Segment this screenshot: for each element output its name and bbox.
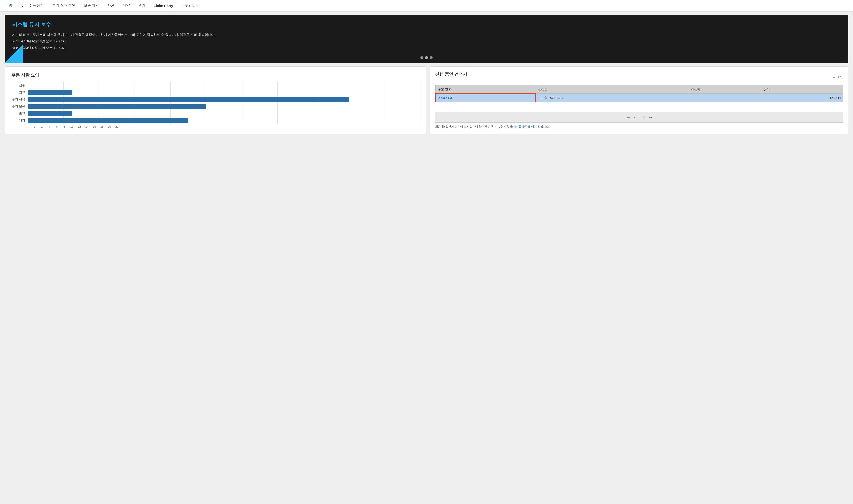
chart-gridline <box>170 110 171 117</box>
chart-bar-row: 수리 완료 <box>12 104 420 109</box>
cell-price: €549.44 <box>761 94 843 102</box>
banner-dot-2[interactable] <box>425 56 428 59</box>
chart-gridline <box>28 82 28 89</box>
chart-bar-wrapper <box>28 90 420 95</box>
nav-item-repair-order[interactable]: 수리 주문 생성 <box>17 0 48 11</box>
footer-note: 최근 30 일간의 견적이 표시됩니다.확장된 검색 기능을 사용하려면 를 클… <box>435 125 843 129</box>
chart-gridline <box>64 82 64 89</box>
chart-bar-label: 대기 <box>12 118 28 122</box>
table-row[interactable]: XXXXXX 2-11월-2024 12:... €549.44 <box>436 94 843 102</box>
chart-x-label: 2 <box>38 125 46 128</box>
chart-bar-row: 대기 <box>12 118 420 123</box>
cell-order-number[interactable]: XXXXXX <box>436 94 536 102</box>
navigation: 홈 수리 주문 생성 수리 상태 확인 보증 확인 자산 계약 관리 Claim… <box>0 0 853 12</box>
quote-panel-header: 진행 중인 견적서 1 - 4 / 4 <box>435 71 843 82</box>
chart-x-label: 18 <box>98 125 106 128</box>
chart-gridline <box>277 89 278 96</box>
chart-x-label: 10 <box>68 125 76 128</box>
quote-pagination: 1 - 4 / 4 <box>833 75 843 78</box>
chart-gridline <box>349 110 349 117</box>
last-page-button[interactable]: ⇥ <box>647 115 653 120</box>
chart-gridline <box>206 89 206 96</box>
in-progress-quotes-panel: 진행 중인 견적서 1 - 4 / 4 주문 번호 생성일 작성자 정가 XXX… <box>430 67 848 134</box>
chart-bar-wrapper <box>28 118 420 123</box>
chart-gridline <box>313 103 313 110</box>
nav-item-repair-status[interactable]: 수리 상태 확인 <box>48 0 79 11</box>
chart-gridline <box>170 89 171 96</box>
order-summary-panel: 주문 상황 요약 접수입고수리 시작수리 완료출고대기 024681012141… <box>5 67 427 134</box>
nav-item-admin[interactable]: 관리 <box>134 0 149 11</box>
chart-gridline <box>349 96 349 103</box>
banner-body: 지브라 테크노로지스의 시스템 유지보수가 진행될 예정이며, 하기 기간동안에… <box>12 31 841 51</box>
cell-created-date: 2-11월-2024 12:... <box>536 94 689 102</box>
quote-table: 주문 번호 생성일 작성자 정가 XXXXXX 2-11월-2024 12:..… <box>435 85 843 102</box>
prev-page-button[interactable]: ⇦ <box>633 115 639 120</box>
nav-item-claim-entry[interactable]: Claim Entry <box>149 0 177 11</box>
chart-x-label: 6 <box>53 125 61 128</box>
chart-gridline <box>170 82 171 89</box>
banner-dot-1[interactable] <box>421 56 423 59</box>
col-created-date: 생성일 <box>536 85 689 94</box>
nav-item-contract[interactable]: 계약 <box>119 0 134 11</box>
pagination-controls: ⇤ ⇦ ⇨ ⇥ <box>435 112 843 123</box>
chart-gridline <box>135 110 135 117</box>
order-summary-title: 주문 상황 요약 <box>12 72 420 78</box>
chart-bar-wrapper <box>28 111 420 116</box>
maintenance-banner: 시스템 유지 보수 지브라 테크노로지스의 시스템 유지보수가 진행될 예정이며… <box>5 15 848 63</box>
chart-gridline <box>349 117 349 124</box>
chart-bar-label: 수리 완료 <box>12 104 28 108</box>
chart-bar <box>28 97 349 102</box>
chart-gridline <box>206 117 206 124</box>
chart-x-axis-labels: 0246810121416182022 <box>31 125 420 128</box>
chart-gridline <box>277 110 278 117</box>
chart-x-label: 4 <box>46 125 53 128</box>
chart-bar-row: 입고 <box>12 90 420 95</box>
chart-gridline <box>313 82 313 89</box>
chart-x-label: 22 <box>113 125 121 128</box>
chart-x-label: 8 <box>61 125 68 128</box>
col-author: 작성자 <box>689 85 761 94</box>
chart-x-label: 0 <box>31 125 38 128</box>
chart-x-label: 20 <box>106 125 113 128</box>
banner-dot-3[interactable] <box>430 56 432 59</box>
chart-x-label: 16 <box>91 125 98 128</box>
nav-item-line-search[interactable]: Line Search <box>177 0 205 11</box>
chart-gridline <box>277 82 278 89</box>
chart-gridline <box>135 89 135 96</box>
chart-gridline <box>349 82 349 89</box>
chart-bar-label: 수리 시작 <box>12 97 28 101</box>
banner-triangle-decoration <box>5 44 23 63</box>
chart-bar <box>28 104 206 109</box>
chart-gridline <box>277 103 278 110</box>
chart-gridline <box>206 103 206 110</box>
quote-table-footer: ⇤ ⇦ ⇨ ⇥ 최근 30 일간의 견적이 표시됩니다.확장된 검색 기능을 사… <box>435 110 843 129</box>
main-content: 시스템 유지 보수 지브라 테크노로지스의 시스템 유지보수가 진행될 예정이며… <box>0 12 853 138</box>
chart-bar-wrapper <box>28 83 420 88</box>
first-page-button[interactable]: ⇤ <box>626 115 632 120</box>
chart-bar-row: 접수 <box>12 83 420 88</box>
chart-x-label: 14 <box>83 125 91 128</box>
banner-dots <box>421 56 432 59</box>
chart-bar-row: 출고 <box>12 111 420 116</box>
nav-item-assets[interactable]: 자산 <box>103 0 119 11</box>
col-price: 정가 <box>761 85 843 94</box>
cell-author <box>689 94 761 102</box>
nav-item-warranty[interactable]: 보증 확인 <box>79 0 103 11</box>
chart-bar <box>28 111 72 116</box>
chart-gridline <box>349 89 349 96</box>
chart-bar-label: 접수 <box>12 83 28 87</box>
chart-bar <box>28 118 188 123</box>
footer-link[interactable]: 를 클릭해 여기 <box>518 125 537 128</box>
chart-bar-label: 입고 <box>12 90 28 94</box>
next-page-button[interactable]: ⇨ <box>640 115 646 120</box>
chart-gridline <box>313 117 313 124</box>
nav-item-home[interactable]: 홈 <box>5 0 17 11</box>
quote-panel-title: 진행 중인 견적서 <box>435 71 467 77</box>
chart-gridline <box>349 103 349 110</box>
chart-gridline <box>206 110 206 117</box>
chart-bar-wrapper <box>28 104 420 109</box>
chart-bar-label: 출고 <box>12 111 28 115</box>
chart-bar-row: 수리 시작 <box>12 97 420 102</box>
banner-title: 시스템 유지 보수 <box>12 21 841 28</box>
chart-x-label: 12 <box>76 125 83 128</box>
